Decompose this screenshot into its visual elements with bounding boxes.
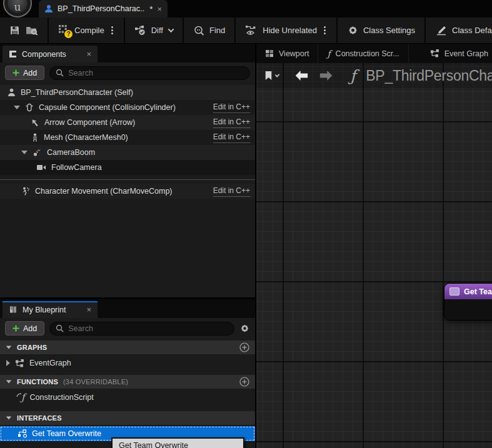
tree-row-charactermovement[interactable]: Character Movement (CharMoveComp) Edit i… <box>0 184 255 199</box>
close-icon[interactable]: × <box>86 50 91 58</box>
gear-icon <box>347 24 359 36</box>
component-label: Capsule Component (CollisionCylinder) <box>39 103 176 112</box>
event-graph-icon <box>15 359 24 368</box>
function-icon: ƒ <box>350 67 356 85</box>
class-defaults-button[interactable]: Class Defaults <box>435 25 492 36</box>
class-defaults-group: Class Defaults <box>426 17 492 43</box>
edit-in-cpp-link[interactable]: Edit in C++ <box>213 117 250 127</box>
edit-pencil-icon <box>435 25 448 36</box>
expander-down-icon[interactable] <box>14 106 20 109</box>
browse-to-asset-button[interactable] <box>26 25 38 36</box>
node-header[interactable]: Get Team Overwrite <box>444 284 492 299</box>
section-expander-icon[interactable] <box>6 380 12 383</box>
components-search-input[interactable] <box>68 69 244 77</box>
my-blueprint-search[interactable] <box>49 322 234 336</box>
construction-script-row[interactable]: ƒ ConstructionScript <box>0 389 255 406</box>
navigate-back-icon[interactable] <box>295 71 309 81</box>
spring-arm-icon <box>33 148 42 157</box>
compile-label: Compile <box>74 26 104 35</box>
navigate-forward-icon[interactable] <box>319 71 333 81</box>
event-graph-row[interactable]: EventGraph <box>0 354 255 372</box>
component-label: Mesh (CharacterMesh0) <box>44 133 128 142</box>
asset-tab-title: BP_ThirdPersonCharac... <box>58 4 145 13</box>
components-tab-label: Components <box>22 50 66 59</box>
viewport-tab-label: Viewport <box>279 49 309 58</box>
interface-function-icon <box>18 429 27 438</box>
functions-section-header[interactable]: FUNCTIONS (34 OVERRIDABLE) <box>0 375 255 389</box>
tab-construction-script[interactable]: ƒ Construction Scr... <box>318 44 408 63</box>
tree-row-mesh[interactable]: Mesh (CharacterMesh0) Edit in C++ <box>0 130 255 145</box>
diff-dropdown-chevron-icon[interactable] <box>168 26 174 32</box>
character-movement-icon <box>21 187 30 196</box>
viewport-icon <box>265 49 274 57</box>
tree-row-cameraboom[interactable]: CameraBoom <box>0 145 255 160</box>
find-icon <box>193 25 205 36</box>
asset-tab[interactable]: BP_ThirdPersonCharac... * × <box>39 0 168 17</box>
construction-script-label: ConstructionScript <box>30 393 94 402</box>
camera-icon <box>36 164 46 171</box>
tree-row-self[interactable]: BP_ThirdPersonCharacter (Self) <box>0 85 255 100</box>
graphs-section-header[interactable]: GRAPHS <box>0 341 255 354</box>
expander-down-icon[interactable] <box>21 151 28 154</box>
edit-in-cpp-link[interactable]: Edit in C++ <box>213 186 250 196</box>
class-defaults-label: Class Defaults <box>452 26 492 35</box>
my-blueprint-search-input[interactable] <box>68 324 228 333</box>
tab-components[interactable]: Components × <box>3 46 98 62</box>
my-blueprint-icon <box>9 306 18 314</box>
add-graph-plus-icon[interactable] <box>239 342 249 352</box>
blueprint-node-get-team[interactable]: Get Team Overwrite <box>444 283 492 321</box>
class-settings-button[interactable]: Class Settings <box>347 24 415 36</box>
diff-group: Diff <box>125 17 184 43</box>
function-icon: ƒ <box>327 49 330 58</box>
components-panel: Components × Add <box>0 44 255 199</box>
graph-editor-pane: Viewport ƒ Construction Scr... Event Gra… <box>256 44 492 448</box>
component-label: Arrow Component (Arrow) <box>44 118 135 127</box>
hide-unrelated-options-dots-icon[interactable] <box>323 26 327 34</box>
event-graph-label: EventGraph <box>29 359 71 367</box>
hide-unrelated-icon <box>245 25 258 36</box>
close-icon[interactable]: × <box>86 306 91 314</box>
tab-event-graph[interactable]: Event Graph <box>421 44 492 63</box>
diff-button[interactable]: Diff <box>134 25 163 36</box>
expander-right-icon[interactable] <box>6 360 10 366</box>
tab-viewport[interactable]: Viewport <box>256 44 318 63</box>
bookmark-icon[interactable] <box>264 71 273 81</box>
save-button[interactable] <box>9 25 20 36</box>
compile-options-dots-icon[interactable] <box>110 26 114 34</box>
components-search[interactable] <box>49 66 250 80</box>
components-icon <box>9 50 17 58</box>
construction-script-tab-label: Construction Scr... <box>336 49 399 58</box>
main-toolbar: ? Compile Diff <box>0 17 492 44</box>
graph-canvas[interactable]: ƒ BP_ThirdPersonCharacter Get Team Overw… <box>256 63 492 448</box>
section-expander-icon[interactable] <box>6 416 12 419</box>
my-blueprint-panel: My Blueprint × Add <box>0 299 255 448</box>
section-expander-icon[interactable] <box>6 346 12 349</box>
add-blueprint-item-button[interactable]: Add <box>5 321 44 336</box>
hide-unrelated-button[interactable]: Hide Unrelated <box>245 25 317 36</box>
close-icon[interactable]: × <box>157 5 162 13</box>
edit-in-cpp-link[interactable]: Edit in C++ <box>213 132 250 142</box>
save-icon <box>9 25 20 36</box>
interface-node-icon <box>449 287 459 296</box>
add-component-button[interactable]: Add <box>5 66 44 80</box>
find-button[interactable]: Find <box>193 25 225 36</box>
compile-button[interactable]: ? Compile <box>58 24 104 36</box>
filter-settings-gear-icon[interactable] <box>239 323 250 334</box>
tree-row-capsule[interactable]: Capsule Component (CollisionCylinder) Ed… <box>0 100 255 115</box>
bookmark-dropdown-chevron-icon[interactable] <box>275 72 280 77</box>
interfaces-section-header[interactable]: INTERFACES <box>0 411 255 425</box>
tree-row-followcamera[interactable]: FollowCamera <box>0 160 255 175</box>
tree-row-arrow[interactable]: Arrow Component (Arrow) Edit in C++ <box>0 115 255 130</box>
add-label: Add <box>23 69 37 77</box>
tab-my-blueprint[interactable]: My Blueprint × <box>3 301 98 318</box>
blueprint-class-icon <box>44 4 53 13</box>
browse-folder-icon <box>26 25 38 36</box>
functions-overridable-note: (34 OVERRIDABLE) <box>63 378 128 386</box>
component-label: BP_ThirdPersonCharacter (Self) <box>21 88 133 97</box>
add-function-plus-icon[interactable] <box>239 377 249 387</box>
tree-separator <box>0 179 255 180</box>
edit-in-cpp-link[interactable]: Edit in C++ <box>213 102 250 112</box>
tooltip-popup: Get Team Overwrite <box>111 437 244 448</box>
unreal-engine-logo-icon[interactable]: u <box>3 0 32 17</box>
graph-breadcrumb-title[interactable]: BP_ThirdPersonCharacter <box>366 67 492 84</box>
